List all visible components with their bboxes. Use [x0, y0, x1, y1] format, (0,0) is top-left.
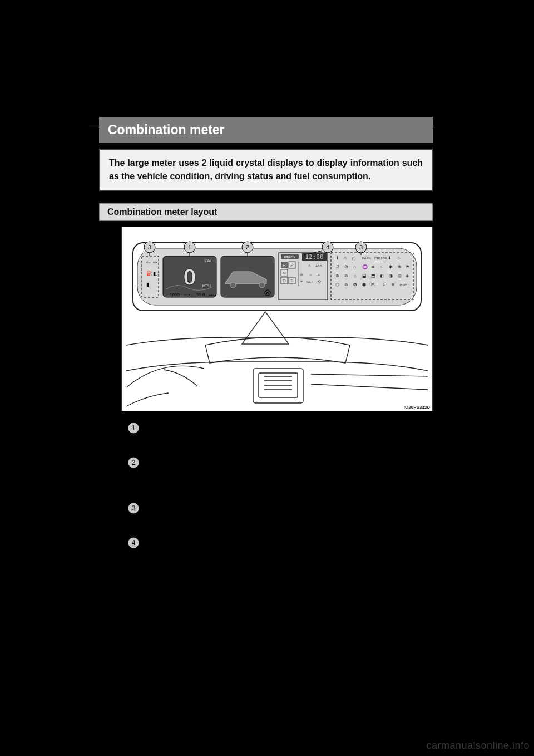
svg-text:⊘: ⊘: [300, 273, 303, 277]
callout-label: Main display: [148, 421, 191, 433]
svg-text:≡: ≡: [318, 273, 320, 277]
svg-text:☼: ☼: [353, 273, 357, 278]
svg-text:3: 3: [359, 244, 363, 251]
callout-list: 1 Main display 2 Multi-information displ…: [127, 421, 433, 558]
svg-text:◧: ◧: [153, 271, 158, 276]
svg-text:D: D: [283, 278, 286, 283]
svg-text:B: B: [290, 278, 293, 283]
odo-value: 1000: [170, 292, 180, 297]
ready-label: READY: [284, 256, 296, 259]
svg-text:⬆: ⬆: [335, 256, 339, 261]
svg-text:☼: ☼: [309, 273, 312, 277]
svg-text:◎: ◎: [398, 273, 402, 278]
avg-unit: MPG: [209, 293, 216, 297]
numbered-circle-icon: 3: [127, 502, 140, 515]
svg-marker-86: [242, 312, 289, 344]
svg-text:⟲: ⟲: [318, 279, 321, 283]
svg-point-10: [230, 282, 236, 288]
speed-unit: MPH: [202, 284, 211, 288]
svg-text:♒: ♒: [362, 264, 368, 269]
svg-text:≋: ≋: [391, 282, 395, 287]
svg-text:⬍: ⬍: [388, 256, 392, 261]
svg-text:P: P: [290, 263, 293, 268]
callout-item-3: 3 Warning lights / indicators: [127, 502, 433, 524]
trip-value: 583: [204, 258, 211, 262]
svg-text:⌁: ⌁: [380, 264, 383, 269]
meter-svg: ⇦ ⛽ ▮ ⇨ ◧ 0 MPH 583 1000 ODO 55.0 MPG: [122, 227, 432, 411]
svg-text:♨: ♨: [397, 256, 400, 261]
svg-text:BSM: BSM: [400, 283, 407, 287]
svg-text:3: 3: [148, 244, 151, 251]
svg-point-11: [259, 282, 265, 288]
svg-text:▮: ▮: [146, 282, 149, 287]
svg-line-93: [311, 374, 428, 376]
odo-label: ODO: [184, 293, 192, 297]
content-column: Combination meter The large meter uses 2…: [99, 117, 433, 571]
callout-label: Warning lights / indicators: [148, 502, 237, 513]
watermark: carmanualsonline.info: [426, 740, 530, 752]
svg-text:✶: ✶: [300, 279, 303, 283]
svg-text:✪: ✪: [353, 282, 357, 287]
svg-text:CRUISE: CRUISE: [374, 257, 387, 260]
svg-text:⛽: ⛽: [146, 270, 153, 277]
avg-value: 55.0: [196, 292, 205, 297]
callout-label: Multi-information display: [148, 456, 232, 467]
callout-item-4: 4 Shift position / clock / indicators: [127, 536, 433, 558]
svg-text:⛐: ⛐: [335, 264, 340, 269]
svg-text:2: 2: [246, 244, 249, 251]
svg-text:⇦: ⇦: [146, 259, 151, 265]
svg-text:4: 4: [132, 539, 136, 547]
svg-text:✱: ✱: [389, 264, 393, 269]
page: Combination meter The large meter uses 2…: [0, 0, 534, 756]
svg-text:⬒: ⬒: [371, 273, 375, 278]
svg-text:⇨: ⇨: [153, 259, 157, 265]
numbered-circle-icon: 1: [127, 421, 140, 435]
svg-text:PARK: PARK: [362, 257, 371, 260]
callout-item-1: 1 Main display: [127, 421, 433, 444]
svg-text:4: 4: [326, 244, 329, 251]
numbered-circle-icon: 2: [127, 456, 140, 469]
svg-text:P⃝: P⃝: [371, 282, 375, 287]
combination-meter-figure: ⇦ ⛽ ▮ ⇨ ◧ 0 MPH 583 1000 ODO 55.0 MPG: [121, 227, 433, 411]
svg-text:R: R: [283, 263, 286, 268]
svg-text:3: 3: [132, 504, 136, 512]
svg-text:❄: ❄: [398, 264, 402, 269]
svg-text:1: 1: [188, 244, 191, 251]
svg-text:⬓: ⬓: [362, 273, 367, 278]
page-title: Combination meter: [99, 117, 433, 143]
svg-text:1: 1: [132, 424, 136, 432]
svg-text:2: 2: [132, 459, 136, 467]
svg-text:⊚: ⊚: [344, 282, 348, 287]
svg-text:⬡: ⬡: [335, 282, 339, 287]
svg-text:SET: SET: [306, 280, 313, 283]
svg-text:◐: ◐: [380, 273, 384, 278]
svg-text:⊘: ⊘: [344, 273, 348, 278]
section-heading: Combination meter layout: [99, 203, 433, 221]
intro-text: The large meter uses 2 liquid crystal di…: [99, 149, 433, 191]
svg-text:⫸: ⫸: [382, 282, 387, 287]
svg-text:⚠: ⚠: [343, 256, 347, 261]
svg-text:⊕: ⊕: [335, 273, 339, 278]
svg-text:⚙: ⚙: [344, 264, 348, 269]
svg-line-94: [311, 384, 428, 390]
numbered-circle-icon: 4: [127, 536, 140, 549]
svg-text:⬢: ⬢: [362, 282, 366, 287]
svg-text:⌂: ⌂: [353, 264, 356, 269]
svg-text:◈: ◈: [406, 273, 409, 278]
callout-label: Shift position / clock / indicators: [148, 536, 256, 547]
svg-rect-87: [253, 369, 303, 403]
speed-value: 0: [183, 264, 196, 290]
svg-text:(!): (!): [352, 256, 356, 261]
svg-text:ABS: ABS: [315, 264, 322, 268]
svg-text:⚑: ⚑: [406, 264, 409, 269]
svg-text:⬌: ⬌: [371, 264, 375, 269]
figure-id: IO20PS332U: [404, 405, 430, 410]
callout-item-2: 2 Multi-information display: [127, 456, 433, 489]
svg-text:N: N: [283, 271, 286, 276]
svg-text:◑: ◑: [389, 273, 393, 278]
svg-text:⚠: ⚠: [308, 264, 311, 268]
